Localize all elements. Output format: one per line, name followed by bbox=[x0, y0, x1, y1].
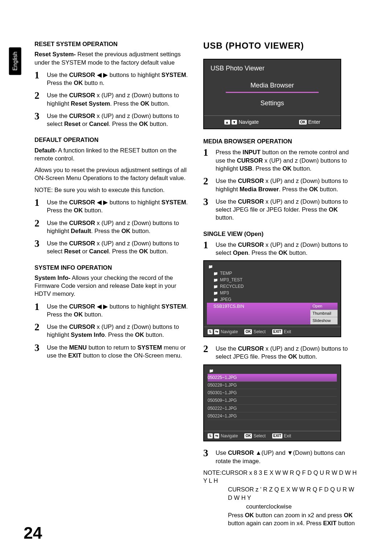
step-number: 1 bbox=[34, 197, 47, 208]
folder-icon bbox=[209, 368, 213, 374]
sysinfo-step-2: Use the CURSOR x (UP) and z (Down) butto… bbox=[47, 322, 189, 339]
default-p2: Allows you to reset the previous adjustm… bbox=[34, 166, 189, 182]
footer-nav-label: Navigate bbox=[221, 433, 238, 439]
file-item-selected: 050225~1.JPG bbox=[208, 374, 337, 381]
footer-navigate-label: Navigate bbox=[238, 119, 258, 126]
folder-icon bbox=[213, 277, 218, 283]
footer-navigate: ⇅⇆Navigate bbox=[208, 329, 238, 335]
folder-name: MP3 bbox=[220, 290, 229, 296]
folder-icon bbox=[213, 270, 218, 276]
file-item: 050222~1.JPG bbox=[208, 405, 337, 412]
default-p1-strong: Default- bbox=[34, 147, 57, 154]
file-browser-2: 050225~1.JPG 050228~1.JPG 050301~1.JPG 0… bbox=[203, 364, 341, 442]
sysinfo-p-strong: System Info- bbox=[34, 274, 70, 281]
single-steps-1: 1Use the CURSOR x (UP) and z (Down) butt… bbox=[203, 240, 358, 257]
default-section: DEFAULT OPERATION Default- A function li… bbox=[34, 136, 189, 255]
ok-key-icon: OK bbox=[244, 433, 252, 438]
step-number: 3 bbox=[203, 448, 216, 458]
default-step-2: Use the CURSOR x (UP) and z (Down) butto… bbox=[47, 218, 189, 235]
file-item: 050509~1.JPG bbox=[208, 397, 337, 404]
default-p1: Default- A function linked to the RESET … bbox=[34, 146, 189, 163]
note-line-2: CURSOR z ' R Z Q E X W W R Q F D Q U R W… bbox=[203, 485, 358, 502]
context-submenu: Open Thumbnail Slideshow bbox=[310, 303, 338, 325]
step-number: 3 bbox=[34, 111, 47, 121]
folder-row: MP3_TEST bbox=[207, 277, 338, 283]
media-title: MEDIA BROWSER OPERATION bbox=[203, 137, 358, 145]
file-item: 050301~1.JPG bbox=[208, 389, 337, 397]
sysinfo-step-1: Use the CURSOR ◀ ▶ buttons to highlight … bbox=[47, 302, 189, 319]
step-number: 3 bbox=[34, 343, 47, 353]
root-folder bbox=[208, 367, 337, 374]
folder-icon bbox=[213, 297, 218, 302]
menu-item-settings: Settings bbox=[226, 99, 319, 107]
ok-key-icon: OK bbox=[299, 120, 307, 125]
footer-enter-label: Enter bbox=[308, 119, 320, 126]
ok-key-icon: OK bbox=[244, 329, 252, 334]
folder-row: MP3 bbox=[207, 290, 338, 296]
page-content: RESET SYSTEM OPERATION Reset System- Res… bbox=[0, 0, 392, 528]
leftright-icon: ⇆ bbox=[214, 433, 219, 438]
single-view-title: SINGLE VIEW (Open) bbox=[203, 230, 358, 238]
default-step-3: Use the CURSOR x (UP) and z (Down) butto… bbox=[47, 238, 189, 256]
exit-key-icon: EXIT bbox=[272, 433, 282, 438]
step-number: 2 bbox=[203, 344, 216, 354]
submenu-open: Open bbox=[310, 303, 338, 310]
default-steps: 1Use the CURSOR ◀ ▶ buttons to highlight… bbox=[34, 197, 189, 256]
folder-row: TEMP bbox=[207, 270, 338, 277]
sysinfo-step-3: Use the MENU button to return to SYSTEM … bbox=[47, 343, 189, 360]
reset-intro: Reset System- Reset the previous adjustm… bbox=[34, 50, 189, 66]
sysinfo-title: SYSTEM INFO OPERATION bbox=[34, 264, 189, 272]
default-step-1: Use the CURSOR ◀ ▶ buttons to highlight … bbox=[47, 197, 189, 215]
step-number: 2 bbox=[203, 176, 216, 186]
footer-select-label: Select bbox=[253, 433, 265, 439]
reset-step-2: Use the CURSOR x (UP) and z (Down) butto… bbox=[47, 90, 189, 107]
sysinfo-p: System Info- Allows your checking the re… bbox=[34, 274, 189, 298]
step-number: 1 bbox=[34, 70, 47, 80]
selected-file-row: SSB19TCS.BIN Open Thumbnail Slideshow bbox=[207, 303, 338, 325]
note-line-3: counterclockwise bbox=[203, 502, 358, 510]
media-step-1: Press the INPUT button on the remote con… bbox=[216, 147, 358, 172]
step-number: 2 bbox=[34, 322, 47, 332]
updown-icon: ⇅ bbox=[208, 329, 213, 334]
root-folder bbox=[207, 263, 338, 270]
footer-nav-label: Navigate bbox=[221, 329, 238, 335]
reset-intro-strong: Reset System- bbox=[34, 51, 76, 57]
step-number: 2 bbox=[34, 218, 47, 228]
reset-step-3: Use the CURSOR x (UP) and z (Down) butto… bbox=[47, 111, 189, 128]
folder-name: RECYCLED bbox=[220, 283, 244, 289]
folder-row: JPEG bbox=[207, 296, 338, 303]
folder-name: TEMP bbox=[220, 270, 232, 276]
footer-navigate: ⇅⇆Navigate bbox=[208, 433, 238, 439]
sysinfo-steps: 1Use the CURSOR ◀ ▶ buttons to highlight… bbox=[34, 302, 189, 360]
step-number: 1 bbox=[203, 147, 216, 158]
file-item: 050224~1.JPG bbox=[208, 412, 337, 420]
footer-navigate: ▲▼Navigate bbox=[224, 119, 259, 126]
arrow-down-icon: ▼ bbox=[232, 120, 237, 125]
leftright-icon: ⇆ bbox=[214, 329, 219, 334]
folder-name: MP3_TEST bbox=[220, 277, 242, 283]
submenu-thumbnail: Thumbnail bbox=[310, 310, 338, 317]
usb-heading: USB (PHOTO VIEWER) bbox=[203, 40, 358, 52]
arrow-up-icon: ▲ bbox=[224, 120, 230, 125]
note-line-1: NOTE:CURSOR x 8 3 E X W W R Q F D Q U R … bbox=[203, 469, 358, 485]
folder-name: JPEG bbox=[220, 297, 231, 302]
submenu-slideshow: Slideshow bbox=[310, 317, 338, 325]
step-number: 3 bbox=[203, 197, 216, 207]
single-step-2: Use the CURSOR x (UP) and z (Down) butto… bbox=[216, 344, 358, 361]
footer-select-label: Select bbox=[253, 329, 265, 335]
single-steps-3: 3Use CURSOR ▲(UP) and ▼(Down) buttons ca… bbox=[203, 448, 358, 465]
reset-title: RESET SYSTEM OPERATION bbox=[34, 40, 189, 48]
footer-exit: EXITExit bbox=[272, 433, 291, 439]
default-note: NOTE: Be sure you wish to execute this f… bbox=[34, 186, 189, 194]
file-item: 050228~1.JPG bbox=[208, 381, 337, 389]
media-step-3: Use the CURSOR x (UP) and z (Down) butto… bbox=[216, 197, 358, 222]
updown-icon: ⇅ bbox=[208, 433, 213, 438]
reset-section: RESET SYSTEM OPERATION Reset System- Res… bbox=[34, 40, 189, 128]
usb-menu-header: USB Photo Viewer bbox=[204, 60, 340, 77]
media-step-2: Use the CURSOR x (UP) and z (Down) butto… bbox=[216, 176, 358, 193]
file-browser-1: TEMP MP3_TEST RECYCLED MP3 JPEG SSB19TCS… bbox=[203, 260, 341, 337]
single-step-1: Use the CURSOR x (UP) and z (Down) butto… bbox=[216, 240, 358, 257]
media-browser-section: MEDIA BROWSER OPERATION 1Press the INPUT… bbox=[203, 137, 358, 221]
step-number: 2 bbox=[34, 90, 47, 101]
usb-menu-screenshot: USB Photo Viewer Media Browser Settings … bbox=[203, 59, 341, 129]
